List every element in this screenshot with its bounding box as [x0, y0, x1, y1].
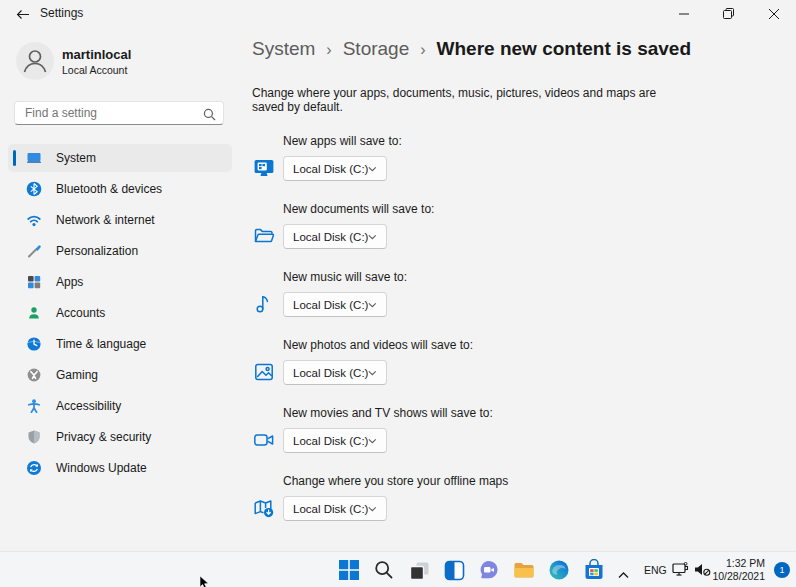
breadcrumb-system[interactable]: System — [252, 38, 315, 60]
offline-maps-icon — [253, 497, 275, 519]
new-photos-drive-dropdown[interactable]: Local Disk (C:) — [283, 360, 387, 385]
volume-mute-icon[interactable] — [694, 562, 711, 581]
shield-icon — [26, 429, 42, 445]
store-icon — [583, 559, 605, 581]
sidebar-item-label: Accounts — [56, 306, 105, 320]
sidebar-item-privacy-security[interactable]: Privacy & security — [8, 423, 232, 451]
chevron-down-icon — [368, 166, 377, 172]
store-button[interactable] — [582, 558, 606, 582]
task-view-icon — [409, 560, 430, 581]
search-icon — [203, 107, 216, 125]
account-person-icon — [26, 305, 42, 321]
chevron-right-icon: › — [326, 41, 331, 59]
bluetooth-icon — [26, 181, 42, 197]
sidebar-item-label: Personalization — [56, 244, 138, 258]
search-input[interactable] — [15, 102, 193, 124]
person-icon — [16, 42, 54, 80]
file-explorer-icon — [513, 559, 535, 581]
section-new-apps: New apps will save to: Local Disk (C:) — [252, 134, 672, 184]
selection-accent-bar — [13, 150, 16, 166]
sidebar-item-label: System — [56, 151, 96, 165]
chat-icon — [478, 559, 500, 581]
sidebar-item-accessibility[interactable]: Accessibility — [8, 392, 232, 420]
window-title: Settings — [40, 6, 83, 20]
chevron-down-icon — [368, 438, 377, 444]
user-name: martinlocal — [62, 47, 131, 62]
sidebar-item-label: Apps — [56, 275, 83, 289]
back-button[interactable] — [10, 2, 36, 26]
section-new-music: New music will save to: Local Disk (C:) — [252, 270, 672, 320]
section-label: New movies and TV shows will save to: — [283, 406, 493, 420]
search-box[interactable] — [14, 101, 224, 125]
clock[interactable]: 1:32 PM 10/28/2021 — [712, 557, 765, 583]
restore-icon — [723, 8, 734, 19]
mouse-cursor — [200, 576, 211, 587]
new-apps-drive-dropdown[interactable]: Local Disk (C:) — [283, 156, 387, 181]
sidebar-item-gaming[interactable]: Gaming — [8, 361, 232, 389]
taskbar: ENG 1:32 PM 10/28/2021 1 — [0, 551, 796, 587]
sidebar-item-windows-update[interactable]: Windows Update — [8, 454, 232, 482]
close-button[interactable] — [751, 0, 796, 27]
sidebar-item-personalization[interactable]: Personalization — [8, 237, 232, 265]
chat-button[interactable] — [477, 558, 501, 582]
chevron-down-icon — [368, 506, 377, 512]
new-documents-drive-dropdown[interactable]: Local Disk (C:) — [283, 224, 387, 249]
start-icon — [338, 559, 360, 581]
start-button[interactable] — [337, 558, 361, 582]
section-label: Change where you store your offline maps — [283, 474, 508, 488]
chevron-down-icon — [368, 370, 377, 376]
network-tray-icon[interactable] — [672, 562, 689, 581]
dropdown-value: Local Disk (C:) — [293, 367, 368, 379]
titlebar: Settings — [0, 0, 796, 28]
sidebar-item-time-language[interactable]: Time & language — [8, 330, 232, 358]
apps-monitor-icon — [253, 157, 275, 179]
sidebar-item-apps[interactable]: Apps — [8, 268, 232, 296]
tray-overflow-button[interactable] — [618, 565, 629, 583]
sidebar-item-system[interactable]: System — [8, 144, 232, 172]
edge-button[interactable] — [547, 558, 571, 582]
dropdown-value: Local Disk (C:) — [293, 299, 368, 311]
search-icon — [374, 560, 394, 580]
dropdown-value: Local Disk (C:) — [293, 163, 368, 175]
section-label: New music will save to: — [283, 270, 407, 284]
page-description: Change where your apps, documents, music… — [252, 86, 657, 114]
new-movies-drive-dropdown[interactable]: Local Disk (C:) — [283, 428, 387, 453]
breadcrumb-storage[interactable]: Storage — [343, 38, 410, 60]
language-indicator[interactable]: ENG — [644, 564, 667, 576]
edge-icon — [548, 559, 570, 581]
notification-badge[interactable]: 1 — [774, 562, 790, 578]
sidebar-item-label: Time & language — [56, 337, 146, 351]
sidebar-item-label: Network & internet — [56, 213, 155, 227]
minimize-button[interactable] — [661, 0, 706, 27]
sidebar-item-accounts[interactable]: Accounts — [8, 299, 232, 327]
sidebar-item-label: Accessibility — [56, 399, 121, 413]
chevron-up-icon — [618, 572, 629, 579]
photos-icon — [253, 361, 275, 383]
task-view-button[interactable] — [407, 558, 431, 582]
avatar[interactable] — [16, 42, 54, 80]
update-sync-icon — [26, 460, 42, 476]
widgets-button[interactable] — [442, 558, 466, 582]
taskbar-search-button[interactable] — [372, 558, 396, 582]
section-new-documents: New documents will save to: Local Disk (… — [252, 202, 672, 252]
chevron-down-icon — [368, 234, 377, 240]
widgets-icon — [444, 560, 465, 581]
xbox-icon — [26, 367, 42, 383]
apps-grid-icon — [26, 274, 42, 290]
sidebar-item-bluetooth-devices[interactable]: Bluetooth & devices — [8, 175, 232, 203]
sidebar-item-network-internet[interactable]: Network & internet — [8, 206, 232, 234]
section-new-photos-videos: New photos and videos will save to: Loca… — [252, 338, 672, 388]
dropdown-value: Local Disk (C:) — [293, 231, 368, 243]
sidebar-item-label: Windows Update — [56, 461, 147, 475]
chevron-down-icon — [368, 302, 377, 308]
restore-button[interactable] — [706, 0, 751, 27]
section-new-movies-tv: New movies and TV shows will save to: Lo… — [252, 406, 672, 456]
dropdown-value: Local Disk (C:) — [293, 435, 368, 447]
wifi-icon — [26, 212, 42, 228]
new-music-drive-dropdown[interactable]: Local Disk (C:) — [283, 292, 387, 317]
file-explorer-button[interactable] — [512, 558, 536, 582]
documents-folder-icon — [253, 225, 275, 247]
dropdown-value: Local Disk (C:) — [293, 503, 368, 515]
offline-maps-drive-dropdown[interactable]: Local Disk (C:) — [283, 496, 387, 521]
movies-camera-icon — [253, 429, 275, 451]
